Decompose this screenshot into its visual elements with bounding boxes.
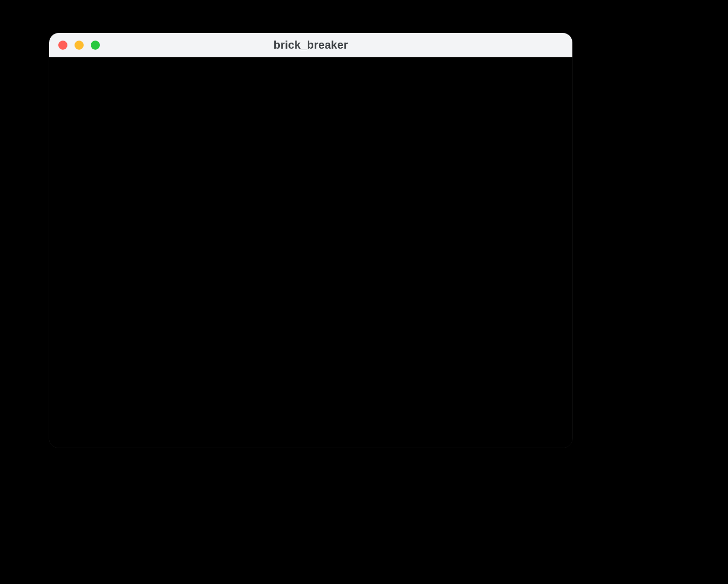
app-window: brick_breaker [49,32,573,448]
window-zoom-button[interactable] [91,41,100,50]
window-controls [58,41,100,50]
window-title: brick_breaker [49,39,572,52]
app-content-area[interactable] [49,57,572,448]
window-minimize-button[interactable] [75,41,84,50]
window-titlebar[interactable]: brick_breaker [49,33,572,57]
window-close-button[interactable] [58,41,67,50]
desktop-background: brick_breaker [0,0,728,584]
